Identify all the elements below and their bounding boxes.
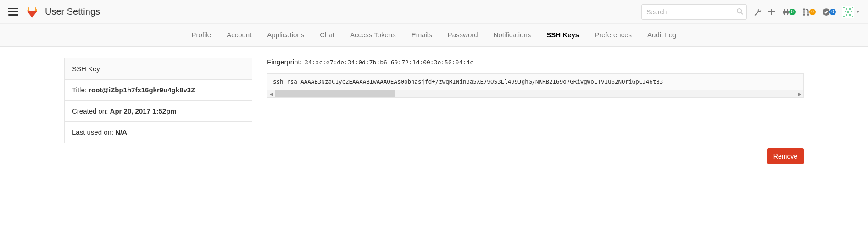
key-created-value: Apr 20, 2017 1:52pm (110, 107, 177, 115)
key-title-row: Title: root@iZbp1h7fx16gkr9u4gk8v3Z (65, 79, 252, 100)
chevron-down-icon (856, 11, 860, 13)
page-title: User Settings (45, 6, 100, 17)
ssh-key-panel: SSH Key Title: root@iZbp1h7fx16gkr9u4gk8… (64, 58, 252, 143)
scroll-track[interactable] (275, 90, 796, 97)
scroll-thumb[interactable] (275, 90, 395, 97)
tab-account[interactable]: Account (221, 24, 257, 46)
hamburger-menu-icon[interactable] (8, 7, 18, 17)
svg-point-0 (737, 8, 741, 12)
svg-rect-14 (846, 14, 847, 16)
svg-rect-16 (843, 16, 845, 17)
key-lastused-value: N/A (115, 128, 127, 136)
key-block: ssh-rsa AAAAB3NzaC1yc2EAAAABIwAAAQEAs0ob… (267, 73, 804, 98)
svg-point-3 (803, 13, 805, 16)
remove-button[interactable]: Remove (767, 148, 804, 164)
svg-rect-11 (845, 11, 846, 12)
search-box (641, 4, 747, 20)
svg-point-4 (807, 13, 809, 16)
key-title-label: Title: (72, 86, 89, 94)
fingerprint-label: Fingerprint: (267, 58, 302, 66)
key-lastused-label: Last used on: (72, 128, 115, 136)
gitlab-logo-icon[interactable] (26, 6, 39, 18)
merge-requests-badge: 0 (809, 9, 816, 15)
scroll-right-icon[interactable]: ▶ (796, 90, 803, 98)
tab-notifications[interactable]: Notifications (488, 24, 537, 46)
tab-preferences[interactable]: Preferences (589, 24, 637, 46)
svg-line-1 (741, 12, 743, 14)
tab-password[interactable]: Password (442, 24, 484, 46)
key-created-label: Created on: (72, 107, 110, 115)
svg-point-2 (803, 8, 805, 11)
fingerprint-value: 34:ac:e7:de:34:0d:7b:b6:69:72:1d:00:3e:5… (305, 59, 473, 66)
ssh-key-text: ssh-rsa AAAAB3NzaC1yc2EAAAABIwAAAQEAs0ob… (267, 74, 803, 90)
panel-title: SSH Key (65, 58, 252, 79)
horizontal-scrollbar[interactable]: ◀ ▶ (267, 90, 803, 97)
todos-icon[interactable]: 0 (822, 8, 836, 16)
key-lastused-row: Last used on: N/A (65, 121, 252, 143)
tab-ssh-keys[interactable]: SSH Keys (541, 24, 584, 46)
search-input[interactable] (641, 4, 747, 20)
tab-audit-log[interactable]: Audit Log (642, 24, 682, 46)
fingerprint-line: Fingerprint: 34:ac:e7:de:34:0d:7b:b6:69:… (267, 58, 804, 66)
avatar (842, 6, 854, 18)
key-title-value: root@iZbp1h7fx16gkr9u4gk8v3Z (89, 86, 195, 94)
main-area: Fingerprint: 34:ac:e7:de:34:0d:7b:b6:69:… (267, 58, 804, 164)
svg-rect-8 (852, 7, 853, 8)
tab-chat[interactable]: Chat (314, 24, 340, 46)
svg-rect-9 (846, 8, 847, 10)
key-created-row: Created on: Apr 20, 2017 1:52pm (65, 100, 252, 121)
settings-tabs: Profile Account Applications Chat Access… (0, 24, 868, 47)
issues-icon[interactable]: 0 (782, 8, 796, 16)
tab-profile[interactable]: Profile (186, 24, 217, 46)
svg-rect-12 (851, 11, 852, 12)
todos-badge: 0 (829, 9, 836, 15)
svg-rect-15 (849, 14, 851, 16)
tab-applications[interactable]: Applications (262, 24, 310, 46)
svg-rect-7 (843, 7, 845, 8)
admin-wrench-icon[interactable] (753, 8, 762, 16)
tab-access-tokens[interactable]: Access Tokens (345, 24, 401, 46)
svg-rect-10 (849, 8, 851, 10)
remove-row: Remove (267, 148, 804, 164)
issues-badge: 0 (789, 9, 796, 15)
topbar-right: 0 0 0 (641, 4, 860, 20)
new-plus-icon[interactable] (768, 8, 775, 16)
svg-rect-17 (852, 16, 853, 17)
merge-requests-icon[interactable]: 0 (802, 8, 816, 16)
tab-emails[interactable]: Emails (406, 24, 438, 46)
topbar: User Settings 0 0 0 (0, 0, 868, 24)
search-icon (736, 8, 743, 16)
content: SSH Key Title: root@iZbp1h7fx16gkr9u4gk8… (0, 47, 868, 183)
svg-rect-13 (847, 11, 849, 13)
user-menu[interactable] (842, 6, 860, 18)
scroll-left-icon[interactable]: ◀ (267, 90, 275, 98)
